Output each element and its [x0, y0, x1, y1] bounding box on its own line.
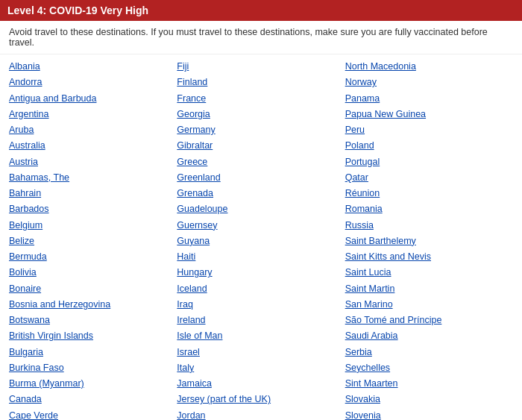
country-link[interactable]: Peru	[345, 122, 513, 138]
country-link[interactable]: Burkina Faso	[9, 360, 177, 376]
country-link[interactable]: Papua New Guinea	[345, 107, 513, 122]
country-link[interactable]: Saint Martin	[345, 281, 513, 297]
column-3: North MacedoniaNorwayPanamaPapua New Gui…	[345, 59, 513, 420]
country-link[interactable]: France	[177, 91, 345, 107]
country-link[interactable]: Albania	[9, 59, 177, 75]
country-link[interactable]: Georgia	[177, 107, 345, 122]
column-1: AlbaniaAndorraAntigua and BarbudaArgenti…	[9, 59, 177, 420]
country-link[interactable]: Greece	[177, 154, 345, 170]
columns-container: AlbaniaAndorraAntigua and BarbudaArgenti…	[0, 54, 522, 420]
country-link[interactable]: Saudi Arabia	[345, 328, 513, 344]
country-link[interactable]: Poland	[345, 138, 513, 154]
country-link[interactable]: Russia	[345, 218, 513, 233]
country-link[interactable]: Belize	[9, 233, 177, 249]
country-link[interactable]: Portugal	[345, 154, 513, 170]
country-link[interactable]: Norway	[345, 75, 513, 90]
country-link[interactable]: Serbia	[345, 345, 513, 360]
country-link[interactable]: Austria	[9, 154, 177, 170]
country-link[interactable]: Bahrain	[9, 186, 177, 201]
country-link[interactable]: Argentina	[9, 107, 177, 122]
country-link[interactable]: Finland	[177, 75, 345, 90]
country-link[interactable]: Saint Barthelemy	[345, 233, 513, 249]
country-link[interactable]: Haiti	[177, 249, 345, 265]
country-link[interactable]: Jordan	[177, 408, 345, 421]
country-link[interactable]: Grenada	[177, 186, 345, 201]
country-link[interactable]: Ireland	[177, 313, 345, 328]
country-link[interactable]: Bermuda	[9, 249, 177, 265]
country-link[interactable]: Jamaica	[177, 376, 345, 392]
country-link[interactable]: North Macedonia	[345, 59, 513, 75]
level-header: Level 4: COVID-19 Very High	[0, 0, 522, 21]
country-link[interactable]: Italy	[177, 360, 345, 376]
country-link[interactable]: Cape Verde	[9, 408, 177, 421]
country-link[interactable]: Réunion	[345, 186, 513, 201]
country-link[interactable]: Guyana	[177, 233, 345, 249]
country-link[interactable]: São Tomé and Príncipe	[345, 313, 513, 328]
country-link[interactable]: Sint Maarten	[345, 376, 513, 392]
country-link[interactable]: Burma (Myanmar)	[9, 376, 177, 392]
country-link[interactable]: Seychelles	[345, 360, 513, 376]
country-link[interactable]: Isle of Man	[177, 328, 345, 344]
country-link[interactable]: Bonaire	[9, 281, 177, 297]
country-link[interactable]: Germany	[177, 122, 345, 138]
country-link[interactable]: Hungary	[177, 265, 345, 280]
country-link[interactable]: Panama	[345, 91, 513, 107]
country-link[interactable]: Israel	[177, 345, 345, 360]
country-link[interactable]: Bahamas, The	[9, 170, 177, 186]
country-link[interactable]: Iceland	[177, 281, 345, 297]
country-link[interactable]: Guadeloupe	[177, 201, 345, 217]
country-link[interactable]: Aruba	[9, 122, 177, 138]
country-link[interactable]: Romania	[345, 201, 513, 217]
country-link[interactable]: Bulgaria	[9, 345, 177, 360]
country-link[interactable]: San Marino	[345, 297, 513, 313]
column-2: FijiFinlandFranceGeorgiaGermanyGibraltar…	[177, 59, 345, 420]
country-link[interactable]: Saint Lucia	[345, 265, 513, 280]
header-title: Level 4: COVID-19 Very High	[7, 4, 148, 16]
country-link[interactable]: Fiji	[177, 59, 345, 75]
country-link[interactable]: Slovenia	[345, 408, 513, 421]
country-link[interactable]: Bosnia and Herzegovina	[9, 297, 177, 313]
country-link[interactable]: Greenland	[177, 170, 345, 186]
country-link[interactable]: Saint Kitts and Nevis	[345, 249, 513, 265]
country-link[interactable]: British Virgin Islands	[9, 328, 177, 344]
country-link[interactable]: Bolivia	[9, 265, 177, 280]
country-link[interactable]: Canada	[9, 392, 177, 407]
country-link[interactable]: Andorra	[9, 75, 177, 90]
country-link[interactable]: Australia	[9, 138, 177, 154]
country-link[interactable]: Antigua and Barbuda	[9, 91, 177, 107]
country-link[interactable]: Belgium	[9, 218, 177, 233]
country-link[interactable]: Gibraltar	[177, 138, 345, 154]
country-link[interactable]: Jersey (part of the UK)	[177, 392, 345, 407]
country-link[interactable]: Botswana	[9, 313, 177, 328]
country-link[interactable]: Iraq	[177, 297, 345, 313]
warning-text: Avoid travel to these destinations. If y…	[0, 21, 522, 54]
country-link[interactable]: Slovakia	[345, 392, 513, 407]
country-link[interactable]: Qatar	[345, 170, 513, 186]
country-link[interactable]: Guernsey	[177, 218, 345, 233]
country-link[interactable]: Barbados	[9, 201, 177, 217]
